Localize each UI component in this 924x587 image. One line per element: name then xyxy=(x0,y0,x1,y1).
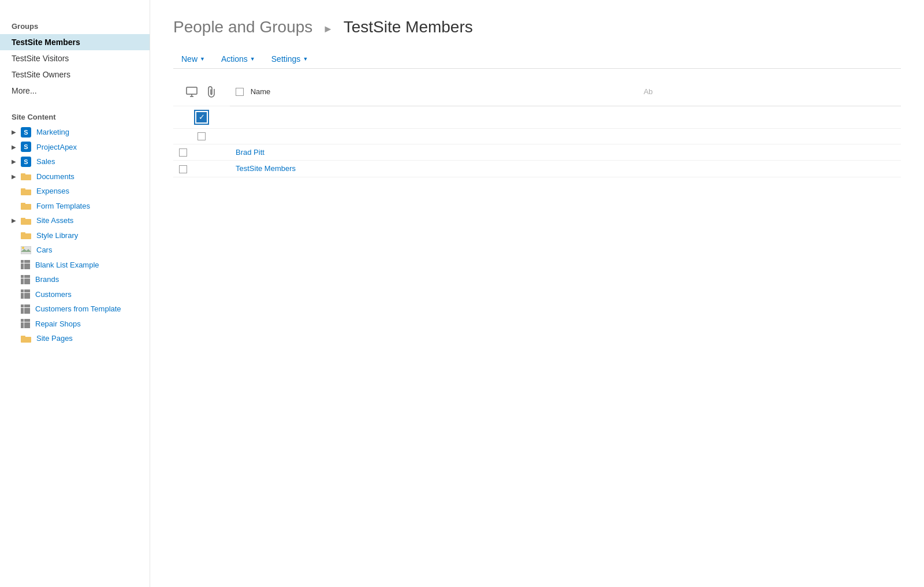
svg-rect-29 xyxy=(24,281,27,284)
sidebar-label-blank-list: Blank List Example xyxy=(35,259,99,271)
site-content-title: Site Content xyxy=(0,108,150,125)
sidebar-item-form-templates[interactable]: Form Templates xyxy=(0,199,150,214)
svg-point-12 xyxy=(22,247,24,249)
sidebar-item-sales[interactable]: ▶SSales xyxy=(0,154,150,169)
sidebar: Groups TestSite MembersTestSite Visitors… xyxy=(0,0,150,587)
sidebar-label-customers-template: Customers from Template xyxy=(35,303,121,315)
sidebar-item-customers[interactable]: Customers xyxy=(0,287,150,302)
svg-rect-16 xyxy=(21,263,24,266)
svg-rect-56 xyxy=(24,325,27,328)
svg-rect-39 xyxy=(27,296,30,299)
sidebar-item-site-pages[interactable]: Site Pages xyxy=(0,331,150,346)
svg-rect-59 xyxy=(21,336,25,338)
svg-rect-19 xyxy=(21,266,24,269)
settings-button[interactable]: Settings ▼ xyxy=(263,51,316,68)
table-row-empty xyxy=(173,128,901,144)
svg-rect-33 xyxy=(27,289,30,292)
svg-rect-38 xyxy=(24,296,27,299)
svg-rect-44 xyxy=(24,308,27,311)
svg-rect-27 xyxy=(27,278,30,281)
attach-icon[interactable] xyxy=(204,85,218,99)
icon-site-assets xyxy=(21,217,31,225)
sidebar-item-blank-list[interactable]: Blank List Example xyxy=(0,258,150,273)
svg-rect-57 xyxy=(27,325,30,328)
svg-rect-25 xyxy=(21,278,24,281)
row-about xyxy=(638,161,901,177)
svg-rect-31 xyxy=(21,289,24,292)
sidebar-label-repair-shops: Repair Shops xyxy=(35,318,81,330)
sidebar-item-site-assets[interactable]: ▶Site Assets xyxy=(0,213,150,228)
svg-rect-60 xyxy=(187,87,197,94)
actions-button[interactable]: Actions ▼ xyxy=(213,51,263,68)
expand-arrow-sales[interactable]: ▶ xyxy=(12,157,20,166)
expand-arrow-site-assets[interactable]: ▶ xyxy=(12,216,20,225)
sidebar-group-testsite-members[interactable]: TestSite Members xyxy=(0,34,150,50)
sidebar-label-marketing: Marketing xyxy=(36,127,69,138)
sidebar-item-cars[interactable]: Cars xyxy=(0,243,150,258)
row-icon-cell-selected: ✓ xyxy=(173,106,230,128)
sidebar-item-customers-template[interactable]: Customers from Template xyxy=(0,302,150,317)
row-cb-cell xyxy=(173,144,230,161)
sidebar-item-style-library[interactable]: Style Library xyxy=(0,228,150,243)
sidebar-group-testsite-visitors[interactable]: TestSite Visitors xyxy=(0,50,150,66)
row-checkbox[interactable] xyxy=(179,165,187,173)
view-icon[interactable] xyxy=(185,85,199,99)
sidebar-label-documents: Documents xyxy=(36,171,74,183)
svg-rect-48 xyxy=(27,311,30,314)
svg-rect-14 xyxy=(24,260,27,263)
breadcrumb-parent[interactable]: People and Groups xyxy=(173,18,312,36)
icon-sales: S xyxy=(21,157,31,167)
sidebar-label-form-templates: Form Templates xyxy=(36,200,90,212)
breadcrumb-separator: ► xyxy=(323,23,333,35)
selected-row-checkbox[interactable]: ✓ xyxy=(196,112,207,122)
sidebar-label-sales: Sales xyxy=(36,156,55,168)
empty-checkbox[interactable] xyxy=(198,132,206,140)
more-button[interactable]: More... xyxy=(0,83,150,99)
svg-rect-1 xyxy=(21,173,25,176)
expand-arrow-projectapex[interactable]: ▶ xyxy=(12,143,20,151)
sidebar-item-repair-shops[interactable]: Repair Shops xyxy=(0,317,150,332)
sidebar-item-projectapex[interactable]: ▶SProjectApex xyxy=(0,140,150,155)
selected-row-checkbox-wrapper[interactable]: ✓ xyxy=(194,110,209,125)
expand-arrow-marketing[interactable]: ▶ xyxy=(12,128,20,136)
svg-rect-28 xyxy=(21,281,24,284)
svg-rect-5 xyxy=(21,203,25,205)
expand-arrow-documents[interactable]: ▶ xyxy=(12,172,20,181)
sidebar-item-brands[interactable]: Brands xyxy=(0,272,150,287)
empty-row-icon xyxy=(173,128,230,144)
sidebar-label-brands: Brands xyxy=(35,274,59,285)
select-all-checkbox[interactable] xyxy=(236,88,244,96)
svg-rect-47 xyxy=(24,311,27,314)
icon-style-library xyxy=(21,231,31,239)
svg-rect-20 xyxy=(24,266,27,269)
sidebar-item-documents[interactable]: ▶Documents xyxy=(0,169,150,184)
row-name[interactable]: Brad Pitt xyxy=(230,144,638,161)
sidebar-group-testsite-owners[interactable]: TestSite Owners xyxy=(0,66,150,83)
header-cb-cell xyxy=(173,78,230,106)
site-content-section: Site Content ▶SMarketing▶SProjectApex▶SS… xyxy=(0,108,150,346)
svg-rect-26 xyxy=(24,278,27,281)
row-cb-cell xyxy=(173,161,230,177)
sidebar-item-expenses[interactable]: Expenses xyxy=(0,184,150,199)
row-name[interactable]: TestSite Members xyxy=(230,161,638,177)
svg-rect-50 xyxy=(24,319,27,322)
actions-dropdown-arrow: ▼ xyxy=(250,56,255,62)
sidebar-item-marketing[interactable]: ▶SMarketing xyxy=(0,125,150,140)
svg-rect-3 xyxy=(21,188,25,191)
table-row: TestSite Members xyxy=(173,161,901,177)
svg-rect-23 xyxy=(24,275,27,278)
svg-rect-17 xyxy=(24,263,27,266)
svg-rect-55 xyxy=(21,325,24,328)
name-column-header: Name xyxy=(230,78,638,106)
svg-rect-51 xyxy=(27,319,30,322)
row-checkbox[interactable] xyxy=(179,148,187,157)
svg-rect-53 xyxy=(24,322,27,325)
main-content: People and Groups ► TestSite Members New… xyxy=(150,0,924,587)
icon-brands xyxy=(21,275,30,284)
sidebar-label-site-pages: Site Pages xyxy=(36,333,73,344)
sidebar-label-cars: Cars xyxy=(36,244,52,256)
new-button[interactable]: New ▼ xyxy=(173,51,213,68)
svg-rect-13 xyxy=(21,260,24,263)
svg-rect-7 xyxy=(21,218,25,220)
svg-rect-46 xyxy=(21,311,24,314)
